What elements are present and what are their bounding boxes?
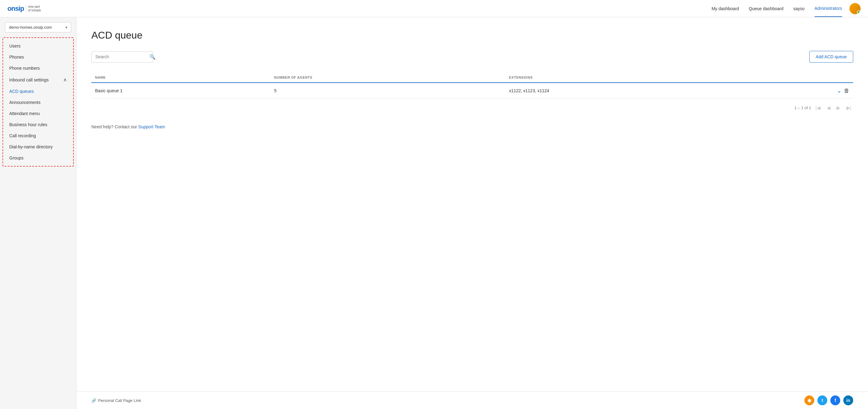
- col-name: NAME: [91, 72, 270, 83]
- row-actions: ⌄ 🗑: [750, 83, 853, 99]
- search-icon[interactable]: 🔍: [149, 54, 156, 60]
- table-header: NAME NUMBER OF AGENTS EXTENSIONS: [91, 72, 853, 83]
- pagination-row: 1 – 1 of 1 |◀ ◀ ▶ ▶|: [91, 99, 853, 117]
- search-add-row: 🔍 Add ACD queue: [91, 51, 853, 63]
- pagination-text: 1 – 1 of 1: [794, 105, 811, 110]
- delete-row-button[interactable]: 🗑: [844, 88, 849, 94]
- sidebar-item-dial-by-name[interactable]: Dial-by-name directory: [3, 141, 73, 152]
- add-acd-queue-button[interactable]: Add ACD queue: [809, 51, 853, 63]
- twitter-icon[interactable]: t: [817, 396, 827, 405]
- link-icon: 🔗: [91, 398, 96, 403]
- col-agents: NUMBER OF AGENTS: [270, 72, 505, 83]
- org-selector[interactable]: demo-homes.onsip.com ▾: [5, 22, 71, 32]
- expand-row-button[interactable]: ⌄: [837, 87, 841, 94]
- logo-intrado: now partof Intrado: [26, 5, 41, 12]
- org-name: demo-homes.onsip.com: [9, 25, 52, 30]
- sidebar-item-acd-queues[interactable]: ACD queues: [3, 86, 73, 97]
- col-extensions: EXTENSIONS: [505, 72, 750, 83]
- personal-call-page-link[interactable]: 🔗 Personal Call Page Link: [91, 398, 141, 403]
- linkedin-icon[interactable]: in: [843, 396, 853, 405]
- search-box: 🔍: [91, 51, 153, 63]
- table-body: Basic queue 1 5 x1122, x1123, x1124 ⌄ 🗑: [91, 83, 853, 99]
- main-content: ACD queue 🔍 Add ACD queue NAME NUMBER OF…: [76, 17, 868, 409]
- org-chevron-icon: ▾: [65, 25, 67, 30]
- sidebar-item-groups[interactable]: Groups: [3, 152, 73, 164]
- app-container: demo-homes.onsip.com ▾ Users Phones Phon…: [0, 17, 868, 409]
- sidebar-item-phone-numbers[interactable]: Phone numbers: [3, 63, 73, 74]
- top-nav: onsip now partof Intrado My dashboard Qu…: [0, 0, 868, 17]
- sidebar-item-call-recording[interactable]: Call recording: [3, 130, 73, 141]
- row-extensions: x1122, x1123, x1124: [505, 83, 750, 99]
- pagination-first-button[interactable]: |◀: [814, 104, 822, 112]
- sidebar-item-users-label: Users: [9, 43, 21, 48]
- chevron-up-icon: ∧: [63, 77, 67, 83]
- row-name: Basic queue 1: [91, 83, 270, 99]
- footer-link-label: Personal Call Page Link: [98, 398, 141, 403]
- sidebar-item-business-hour-rules[interactable]: Business hour rules: [3, 119, 73, 130]
- pagination-prev-button[interactable]: ◀: [825, 104, 832, 112]
- logo-area: onsip now partof Intrado: [7, 5, 41, 13]
- page-title: ACD queue: [91, 30, 853, 41]
- rss-icon[interactable]: ◉: [804, 396, 814, 405]
- support-team-link[interactable]: Support Team: [138, 124, 165, 129]
- table-row: Basic queue 1 5 x1122, x1123, x1124 ⌄ 🗑: [91, 83, 853, 99]
- sidebar-item-inbound-label: Inbound call settings: [9, 77, 49, 82]
- sidebar-item-inbound-call-settings[interactable]: Inbound call settings ∧: [3, 74, 73, 86]
- search-input[interactable]: [95, 54, 149, 59]
- logo-text: onsip: [7, 5, 24, 13]
- facebook-icon[interactable]: f: [830, 396, 840, 405]
- sidebar: demo-homes.onsip.com ▾ Users Phones Phon…: [0, 17, 76, 409]
- nav-sayso[interactable]: sayso: [793, 1, 805, 16]
- table-actions: ⌄ 🗑: [754, 87, 849, 94]
- nav-links: My dashboard Queue dashboard sayso Admin…: [712, 0, 842, 17]
- sidebar-item-users[interactable]: Users: [3, 40, 73, 52]
- sidebar-item-phones[interactable]: Phones: [3, 52, 73, 63]
- nav-queue-dashboard[interactable]: Queue dashboard: [749, 1, 783, 16]
- sidebar-item-phone-numbers-label: Phone numbers: [9, 66, 40, 71]
- nav-administrators[interactable]: Administrators: [815, 0, 842, 17]
- col-actions: [750, 72, 853, 83]
- sidebar-item-phones-label: Phones: [9, 55, 24, 60]
- sidebar-nav: Users Phones Phone numbers Inbound call …: [2, 37, 74, 167]
- queue-table: NAME NUMBER OF AGENTS EXTENSIONS Basic q…: [91, 72, 853, 99]
- bottom-footer: 🔗 Personal Call Page Link ◉ t f in: [76, 391, 868, 409]
- sidebar-item-attendant-menu[interactable]: Attendant menu: [3, 108, 73, 119]
- nav-my-dashboard[interactable]: My dashboard: [712, 1, 739, 16]
- sidebar-item-announcements[interactable]: Announcements: [3, 97, 73, 108]
- avatar[interactable]: [849, 3, 861, 14]
- social-icons: ◉ t f in: [804, 396, 853, 405]
- pagination-last-button[interactable]: ▶|: [844, 104, 853, 112]
- row-agents: 5: [270, 83, 505, 99]
- avatar-status-badge: [857, 10, 861, 14]
- pagination-next-button[interactable]: ▶: [835, 104, 842, 112]
- help-text: Need help? Contact our Support Team: [91, 124, 853, 129]
